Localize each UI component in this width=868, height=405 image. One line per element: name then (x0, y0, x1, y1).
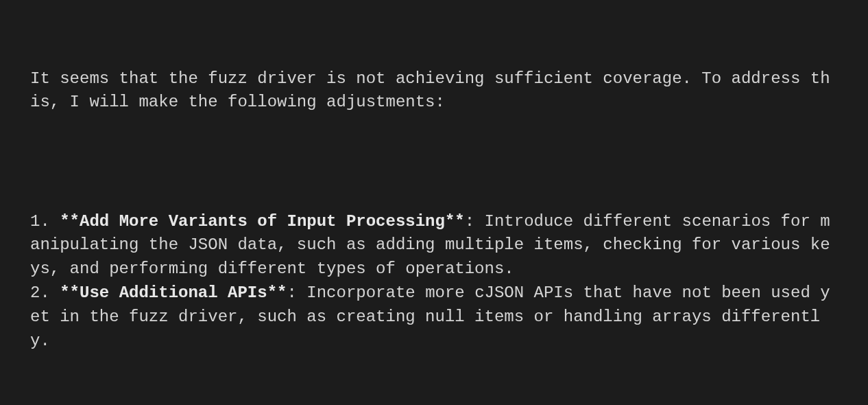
intro-paragraph: It seems that the fuzz driver is not ach… (30, 67, 838, 115)
bold-marker-close-2: ** (267, 284, 287, 302)
list-item-1: 1. **Add More Variants of Input Processi… (30, 210, 838, 281)
bold-text-1: Add More Variants of Input Processing (80, 212, 445, 231)
list-number-1: 1. (30, 212, 60, 231)
list-item-2: 2. **Use Additional APIs**: Incorporate … (30, 281, 838, 353)
intro-text: It seems that the fuzz driver is not ach… (30, 69, 830, 112)
list-number-2: 2. (30, 284, 60, 302)
bold-text-2: Use Additional APIs (80, 284, 267, 302)
document-content: It seems that the fuzz driver is not ach… (30, 19, 838, 405)
bold-marker-open-1: ** (60, 212, 80, 231)
adjustments-list: 1. **Add More Variants of Input Processi… (30, 210, 838, 354)
bold-marker-close-1: ** (445, 212, 465, 231)
bold-marker-open-2: ** (60, 284, 80, 302)
